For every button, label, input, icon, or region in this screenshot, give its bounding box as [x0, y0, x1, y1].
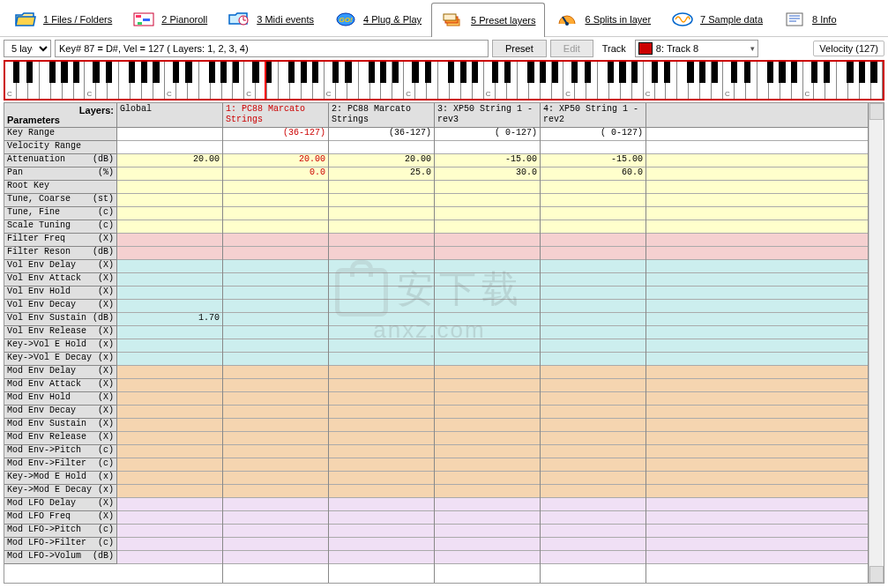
grid-cell[interactable] — [117, 419, 222, 432]
grid-cell[interactable] — [117, 220, 222, 234]
grid-cell[interactable] — [117, 406, 222, 419]
grid-cell[interactable]: ( 0-127) — [541, 128, 645, 141]
white-key[interactable] — [700, 62, 712, 99]
layer-column-header[interactable]: 1: PC88 Marcato Strings — [223, 103, 328, 128]
grid-cell[interactable] — [435, 445, 540, 458]
white-key[interactable] — [609, 62, 621, 99]
white-key[interactable] — [461, 62, 473, 99]
grid-cell[interactable] — [117, 472, 222, 485]
white-key[interactable] — [96, 62, 108, 99]
grid-cell[interactable] — [117, 300, 222, 313]
grid-cell[interactable] — [329, 379, 434, 392]
grid-cell[interactable] — [541, 379, 645, 392]
grid-cell[interactable] — [541, 472, 645, 485]
grid-cell[interactable] — [541, 234, 645, 247]
grid-cell[interactable] — [117, 287, 222, 300]
param-row-header[interactable]: Mod Env Sustain(X) — [4, 419, 117, 432]
grid-cell[interactable] — [435, 485, 540, 498]
white-key[interactable] — [142, 62, 153, 99]
grid-cell[interactable] — [541, 458, 645, 472]
grid-cell[interactable] — [329, 485, 434, 498]
white-key[interactable] — [860, 62, 871, 99]
white-key[interactable]: C — [404, 62, 415, 99]
grid-cell[interactable] — [329, 538, 434, 551]
param-row-header[interactable]: Key Range — [4, 128, 117, 141]
grid-cell[interactable] — [541, 551, 645, 564]
grid-cell[interactable] — [117, 141, 222, 154]
white-key[interactable]: C — [723, 62, 735, 99]
layer-column-header[interactable]: 3: XP50 String 1 - rev3 — [435, 103, 540, 128]
grid-cell[interactable] — [329, 525, 434, 538]
grid-cell[interactable] — [223, 472, 328, 485]
grid-cell[interactable] — [117, 339, 222, 353]
white-key[interactable] — [712, 62, 723, 99]
white-key[interactable] — [871, 62, 883, 99]
grid-cell[interactable] — [329, 141, 434, 154]
grid-cell[interactable] — [435, 220, 540, 234]
grid-cell[interactable] — [435, 498, 540, 511]
grid-cell[interactable] — [223, 498, 328, 511]
white-key[interactable] — [199, 62, 211, 99]
grid-cell[interactable] — [541, 339, 645, 353]
grid-cell[interactable] — [329, 326, 434, 339]
grid-cell[interactable] — [541, 525, 645, 538]
param-row-header[interactable]: Mod Env Decay(X) — [4, 406, 117, 419]
param-row-header[interactable]: Mod LFO->Pitch(c) — [4, 525, 117, 538]
grid-cell[interactable] — [223, 353, 328, 366]
param-row-header[interactable]: Mod LFO Freq(X) — [4, 511, 117, 525]
white-key[interactable] — [153, 62, 165, 99]
white-key[interactable] — [438, 62, 450, 99]
grid-cell[interactable] — [329, 445, 434, 458]
grid-cell[interactable] — [329, 366, 434, 379]
grid-cell[interactable] — [541, 273, 645, 287]
white-key[interactable] — [119, 62, 131, 99]
white-key[interactable] — [586, 62, 598, 99]
grid-cell[interactable]: ( 0-127) — [435, 128, 540, 141]
grid-cell[interactable] — [541, 300, 645, 313]
white-key[interactable] — [837, 62, 848, 99]
white-key[interactable]: C — [85, 62, 96, 99]
grid-cell[interactable] — [117, 525, 222, 538]
grid-cell[interactable]: (36-127) — [223, 128, 328, 141]
grid-cell[interactable] — [329, 551, 434, 564]
white-key[interactable] — [792, 62, 803, 99]
grid-cell[interactable] — [223, 339, 328, 353]
grid-cell[interactable]: 20.00 — [223, 154, 328, 167]
tab-sample-data[interactable]: 7 Sample data — [660, 2, 772, 36]
white-key[interactable] — [279, 62, 290, 99]
grid-cell[interactable] — [435, 406, 540, 419]
grid-cell[interactable] — [435, 419, 540, 432]
white-key[interactable] — [415, 62, 427, 99]
grid-cell[interactable]: -15.00 — [541, 154, 645, 167]
param-row-header[interactable]: Key->Vol E Decay(x) — [4, 353, 117, 366]
param-row-header[interactable]: Mod Env Release(X) — [4, 432, 117, 445]
white-key[interactable] — [575, 62, 586, 99]
layer-column-header[interactable]: Global — [117, 103, 222, 128]
grid-cell[interactable] — [435, 234, 540, 247]
white-key[interactable] — [655, 62, 667, 99]
grid-cell[interactable] — [223, 220, 328, 234]
white-key[interactable] — [529, 62, 541, 99]
param-row-header[interactable]: Root Key — [4, 181, 117, 194]
param-row-header[interactable]: Mod Env->Filter(c) — [4, 458, 117, 472]
grid-cell[interactable] — [117, 326, 222, 339]
grid-cell[interactable] — [117, 551, 222, 564]
grid-cell[interactable] — [329, 419, 434, 432]
white-key[interactable] — [347, 62, 359, 99]
white-key[interactable] — [51, 62, 63, 99]
white-key[interactable] — [825, 62, 837, 99]
grid-cell[interactable] — [223, 379, 328, 392]
grid-cell[interactable] — [435, 458, 540, 472]
tab-pianoroll[interactable]: 2 Pianoroll — [122, 2, 217, 36]
grid-cell[interactable] — [223, 366, 328, 379]
grid-cell[interactable] — [223, 260, 328, 273]
param-row-header[interactable]: Mod Env Hold(X) — [4, 392, 117, 406]
grid-cell[interactable] — [329, 353, 434, 366]
grid-cell[interactable] — [435, 353, 540, 366]
white-key[interactable] — [233, 62, 244, 99]
white-key[interactable]: C — [5, 62, 17, 99]
grid-cell[interactable] — [117, 392, 222, 406]
grid-cell[interactable] — [435, 313, 540, 326]
white-key[interactable] — [473, 62, 484, 99]
grid-cell[interactable] — [329, 498, 434, 511]
